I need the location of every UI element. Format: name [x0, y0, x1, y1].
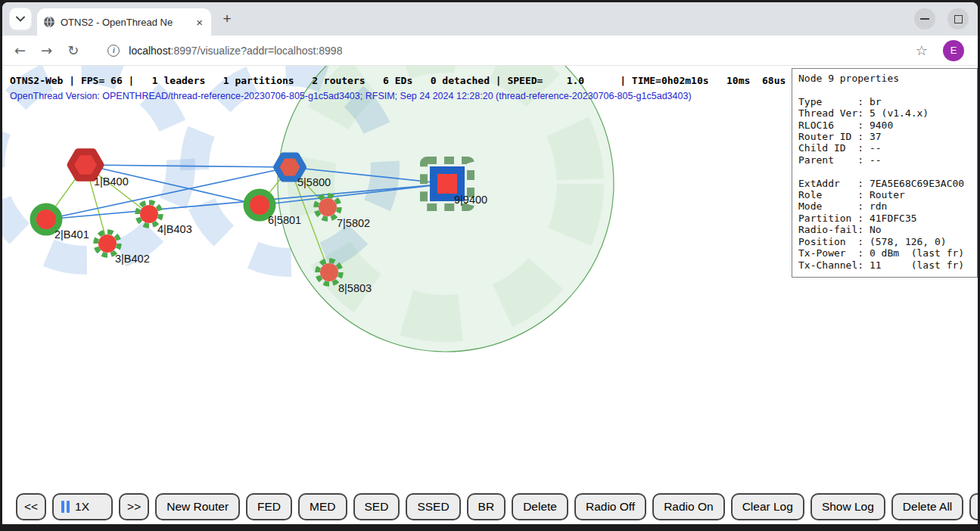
energy-stats-button[interactable]: Energy-stats ↗ [969, 493, 978, 520]
node-label: 1|B400 [94, 175, 129, 188]
node-label: 3|B402 [115, 253, 150, 265]
br-button[interactable]: BR [467, 493, 506, 520]
tab-strip: OTNS2 - OpenThread Ne × + [2, 2, 978, 36]
chevron-down-icon [16, 16, 25, 22]
browser-tab[interactable]: OTNS2 - OpenThread Ne × [37, 8, 211, 36]
delete-all-button[interactable]: Delete All [891, 493, 963, 520]
ed-core [320, 263, 338, 281]
ed-core [319, 198, 337, 216]
delete-button[interactable]: Delete [512, 493, 568, 520]
properties-panel-title: Node 9 properties [798, 73, 971, 84]
speed-label: 1X [75, 500, 89, 514]
node-1[interactable]: 1|B400 [70, 152, 129, 188]
visualizer-content: 1|B400 2|B401 3|B402 4|B403 [2, 66, 978, 524]
sed-button[interactable]: SED [353, 493, 400, 520]
ssed-button[interactable]: SSED [406, 493, 460, 520]
ed-core [98, 234, 117, 253]
radio-off-button[interactable]: Radio Off [574, 493, 646, 520]
node-label: 6|5801 [268, 214, 301, 226]
reload-icon[interactable]: ↻ [67, 44, 79, 57]
radio-on-button[interactable]: Radio On [652, 493, 724, 520]
clear-log-button[interactable]: Clear Log [731, 493, 804, 520]
node-label: 5|5800 [297, 176, 331, 188]
site-info-icon[interactable]: i [107, 45, 120, 57]
pause-icon [67, 501, 70, 513]
bottom-toolbar: << 1X >> New Router FED MED SED SSED BR … [16, 493, 978, 520]
speed-down-button[interactable]: << [16, 493, 46, 520]
new-tab-button[interactable]: + [216, 8, 238, 30]
back-icon[interactable]: ← [14, 44, 26, 57]
simulation-status-bar: OTNS2-Web | FPS= 66 | 1 leaders 1 partit… [10, 75, 786, 86]
new-router-button[interactable]: New Router [155, 493, 240, 520]
node-label: 4|B403 [157, 223, 192, 235]
minimize-button[interactable] [914, 8, 935, 30]
openthread-version-line: OpenThread Version: OPENTHREAD/thread-re… [10, 91, 692, 101]
url-bar: ← → ↻ i localhost:8997/visualize?addr=lo… [2, 36, 978, 66]
tab-close-icon[interactable]: × [194, 17, 205, 28]
leader-hexagon [70, 152, 101, 179]
bookmark-star-icon[interactable]: ☆ [916, 42, 928, 58]
minimize-icon [920, 18, 929, 20]
ed-core [36, 210, 56, 229]
tab-search-button[interactable] [9, 8, 32, 30]
node-label: 8|5803 [338, 282, 372, 294]
ed-core [140, 205, 158, 223]
med-button[interactable]: MED [298, 493, 347, 520]
profile-avatar[interactable]: E [943, 40, 964, 61]
fed-button[interactable]: FED [246, 493, 292, 520]
node-label: 9|9400 [454, 194, 487, 206]
url-host: localhost [129, 45, 170, 57]
show-log-button[interactable]: Show Log [810, 493, 885, 520]
forward-icon[interactable]: → [41, 44, 52, 57]
browser-window: OTNS2 - OpenThread Ne × + ← → ↻ i localh… [2, 2, 978, 524]
node-label: 2|B401 [54, 228, 89, 241]
ed-core [250, 195, 269, 215]
maximize-button[interactable] [947, 8, 969, 30]
node-properties-panel: Node 9 properties Type : br Thread Ver: … [792, 68, 978, 278]
globe-favicon-icon [43, 16, 55, 28]
speed-button[interactable]: 1X [52, 493, 113, 520]
node-label: 7|5802 [337, 217, 370, 229]
properties-panel-body: Type : br Thread Ver: 5 (v1.4.x) RLOC16 … [798, 84, 971, 271]
maximize-icon [954, 15, 963, 23]
pause-icon [61, 501, 64, 513]
br-router-hexagon [276, 155, 303, 179]
speed-up-button[interactable]: >> [119, 493, 149, 520]
url-text[interactable]: localhost:8997/visualize?addr=localhost:… [129, 45, 342, 57]
tab-title: OTNS2 - OpenThread Ne [61, 17, 188, 28]
url-path: :8997/visualize?addr=localhost:8998 [171, 45, 343, 57]
